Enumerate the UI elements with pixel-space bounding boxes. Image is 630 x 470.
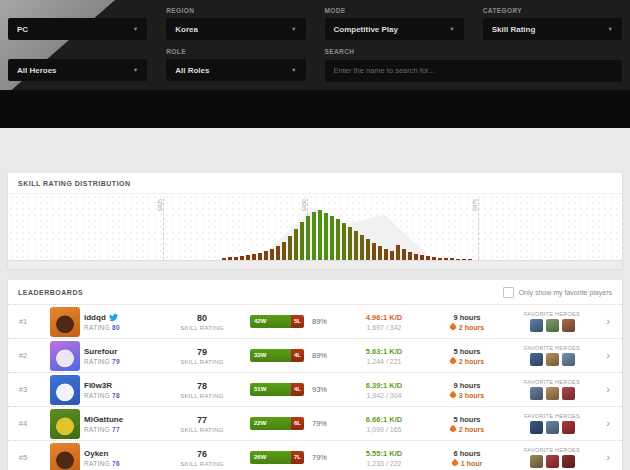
leaderboard-row[interactable]: #1 iddqd RATING 80 80 SKILL RATING 42W 5… xyxy=(8,304,622,338)
region-value: Korea xyxy=(175,25,198,34)
histogram-bar xyxy=(348,227,352,260)
player-rating: RATING 79 xyxy=(84,358,154,365)
twitter-icon[interactable] xyxy=(109,313,118,322)
chevron-down-icon: ▼ xyxy=(291,26,296,32)
favorite-hero-icon xyxy=(546,387,559,400)
hero-value: All Heroes xyxy=(17,66,57,75)
favorite-hero-icon xyxy=(530,319,543,332)
leaderboard-row[interactable]: #5 Oyken RATING 76 76 SKILL RATING 26W 7… xyxy=(8,440,622,470)
search-input[interactable] xyxy=(325,60,623,82)
hero-select[interactable]: All Heroes ▼ xyxy=(8,59,147,81)
favorite-heroes xyxy=(510,421,594,434)
player-name[interactable]: Fl0w3R xyxy=(84,381,154,390)
kills-deaths: 1,697 / 342 xyxy=(344,324,424,331)
histogram-bar xyxy=(252,254,256,260)
row-chevron-icon[interactable]: › xyxy=(594,350,622,361)
histogram-bar xyxy=(306,216,310,260)
favorite-hero-icon xyxy=(530,353,543,366)
time-played: 9 hours xyxy=(424,381,510,390)
histogram-bars xyxy=(222,210,472,260)
player-rating: RATING 76 xyxy=(84,460,154,467)
histogram-bar xyxy=(390,251,394,260)
player-name[interactable]: Surefour xyxy=(84,347,154,356)
fire-icon xyxy=(449,425,457,433)
win-percent: 89% xyxy=(308,317,344,326)
favorites-checkbox-label: Only show my favorite players xyxy=(519,289,612,296)
favorite-hero-icon xyxy=(562,387,575,400)
losses-segment: 5L xyxy=(291,315,304,328)
leaderboard-row[interactable]: #2 Surefour RATING 79 79 SKILL RATING 33… xyxy=(8,338,622,372)
mode-select[interactable]: Competitive Play ▼ xyxy=(325,18,464,40)
histogram-bar xyxy=(468,259,472,260)
favorite-hero-icon xyxy=(530,421,543,434)
favorite-hero-icon xyxy=(546,319,559,332)
kd-ratio: 6.39:1 K/D xyxy=(344,381,424,390)
wins-segment: 42W xyxy=(250,315,291,328)
histogram-bar xyxy=(312,212,316,260)
time-on-fire: 2 hours xyxy=(424,324,510,331)
player-name[interactable]: iddqd xyxy=(84,313,154,322)
win-loss-bar: 22W 6L xyxy=(250,417,304,430)
histogram-bar xyxy=(234,257,238,260)
kd-ratio: 5.55:1 K/D xyxy=(344,449,424,458)
histogram-bar xyxy=(336,219,340,260)
kd-ratio: 4.96:1 K/D xyxy=(344,313,424,322)
histogram-bar xyxy=(354,231,358,260)
histogram-bar xyxy=(450,258,454,260)
histogram-bar xyxy=(426,256,430,260)
player-rating: RATING 78 xyxy=(84,392,154,399)
player-name[interactable]: MiGattune xyxy=(84,415,154,424)
player-avatar xyxy=(50,341,80,371)
time-played: 5 hours xyxy=(424,415,510,424)
row-chevron-icon[interactable]: › xyxy=(594,452,622,463)
region-select[interactable]: Korea ▼ xyxy=(166,18,305,40)
wins-segment: 51W xyxy=(250,383,291,396)
histogram-bar xyxy=(378,246,382,260)
time-on-fire: 2 hours xyxy=(424,426,510,433)
favorite-hero-icon xyxy=(562,421,575,434)
histogram-bar xyxy=(258,253,262,260)
histogram-bar xyxy=(222,258,226,260)
favorite-hero-icon xyxy=(530,455,543,468)
filter-search: SEARCH xyxy=(325,46,623,82)
percentile-marker: SR25 xyxy=(163,198,164,260)
favorites-filter[interactable]: Only show my favorite players xyxy=(503,287,612,298)
leaderboards-card: LEADERBOARDS Only show my favorite playe… xyxy=(8,280,622,470)
row-chevron-icon[interactable]: › xyxy=(594,384,622,395)
histogram-bar xyxy=(300,222,304,260)
histogram-bar xyxy=(462,259,466,260)
platform-select[interactable]: PC ▼ xyxy=(8,18,147,40)
player-name-text: Fl0w3R xyxy=(84,381,112,390)
chevron-down-icon: ▼ xyxy=(608,26,613,32)
histogram-bar xyxy=(384,249,388,260)
favorite-hero-icon xyxy=(546,353,559,366)
leaderboard-row[interactable]: #3 Fl0w3R RATING 78 78 SKILL RATING 51W … xyxy=(8,372,622,406)
time-on-fire: 1 hour xyxy=(424,460,510,467)
category-select[interactable]: Skill Rating ▼ xyxy=(483,18,622,40)
favorite-heroes xyxy=(510,319,594,332)
skill-rating-label: SKILL RATING xyxy=(154,393,250,399)
percentile-marker: SR75 xyxy=(478,198,479,260)
rank: #2 xyxy=(8,351,38,360)
histogram-bar xyxy=(324,213,328,260)
row-chevron-icon[interactable]: › xyxy=(594,316,622,327)
player-avatar xyxy=(50,443,80,470)
kills-deaths: 1,099 / 165 xyxy=(344,426,424,433)
histogram-bar xyxy=(294,229,298,260)
skill-rating-label: SKILL RATING xyxy=(154,325,250,331)
favorite-hero-icon xyxy=(562,319,575,332)
player-name[interactable]: Oyken xyxy=(84,449,154,458)
wins-segment: 26W xyxy=(250,451,291,464)
histogram-bar xyxy=(330,216,334,260)
mode-label: MODE xyxy=(325,7,464,14)
kd-ratio: 6.66:1 K/D xyxy=(344,415,424,424)
histogram-bar xyxy=(282,242,286,260)
skill-rating-value: 80 xyxy=(154,313,250,323)
row-chevron-icon[interactable]: › xyxy=(594,418,622,429)
favorites-checkbox[interactable] xyxy=(503,287,514,298)
region-label: REGION xyxy=(166,7,305,14)
histogram-bar xyxy=(420,255,424,260)
role-select[interactable]: All Roles ▼ xyxy=(166,59,305,81)
leaderboard-row[interactable]: #4 MiGattune RATING 77 77 SKILL RATING 2… xyxy=(8,406,622,440)
win-percent: 93% xyxy=(308,385,344,394)
